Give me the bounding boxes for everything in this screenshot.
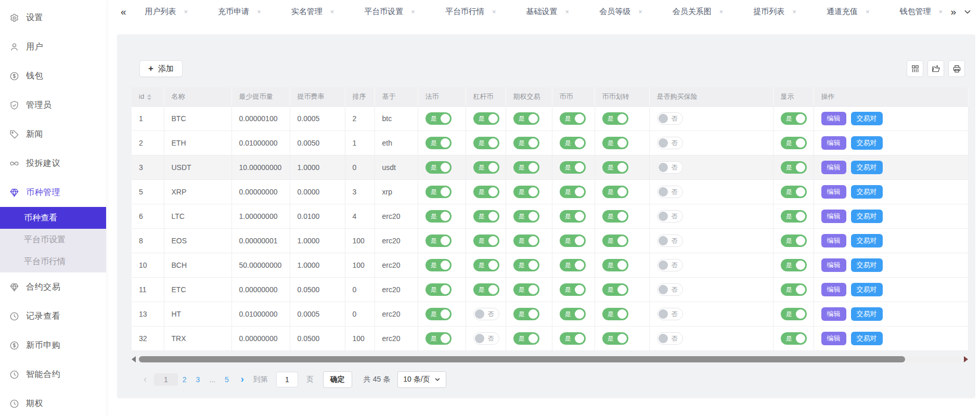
leverage-toggle[interactable]: 是 — [473, 137, 499, 149]
edit-button[interactable]: 编辑 — [821, 332, 846, 345]
sidebar-item-options[interactable]: 期权 — [0, 389, 106, 417]
option-toggle[interactable]: 是 — [513, 137, 539, 149]
fiat-toggle[interactable]: 是 — [425, 332, 452, 345]
transfer-toggle[interactable]: 是 — [602, 161, 628, 174]
insurance-toggle[interactable]: 否 — [657, 332, 683, 345]
transfer-toggle[interactable]: 是 — [602, 137, 628, 149]
edit-button[interactable]: 编辑 — [821, 112, 846, 125]
spot-toggle[interactable]: 是 — [560, 283, 586, 296]
show-toggle[interactable]: 是 — [781, 259, 807, 271]
tab-close-icon[interactable]: × — [939, 8, 943, 16]
option-toggle[interactable]: 是 — [513, 283, 539, 296]
scroll-left-arrow-icon[interactable] — [132, 356, 136, 362]
scrollbar-thumb[interactable] — [139, 356, 905, 362]
transfer-toggle[interactable]: 是 — [602, 332, 628, 345]
tab-wallet-manage[interactable]: 钱包管理× — [893, 3, 947, 20]
tab-deposit-request[interactable]: 充币申请× — [211, 3, 268, 20]
edit-button[interactable]: 编辑 — [821, 258, 846, 272]
sidebar-item-admin[interactable]: 管理员 — [0, 90, 106, 120]
leverage-toggle[interactable]: 是 — [473, 259, 499, 271]
option-toggle[interactable]: 是 — [513, 308, 539, 320]
fiat-toggle[interactable]: 是 — [425, 186, 452, 198]
spot-toggle[interactable]: 是 — [560, 112, 586, 125]
tabs-dropdown-icon[interactable] — [963, 8, 972, 16]
sidebar-item-records[interactable]: 记录查看 — [0, 302, 106, 331]
pairs-button[interactable]: 交易对 — [851, 136, 883, 150]
fiat-toggle[interactable]: 是 — [425, 112, 452, 125]
leverage-toggle[interactable]: 是 — [473, 112, 499, 125]
transfer-toggle[interactable]: 是 — [602, 234, 628, 247]
pairs-button[interactable]: 交易对 — [851, 210, 883, 223]
export-button[interactable] — [927, 60, 944, 77]
tab-close-icon[interactable]: × — [792, 8, 796, 16]
sidebar-item-wallet[interactable]: 钱包 — [0, 61, 106, 90]
tab-close-icon[interactable]: × — [184, 8, 188, 16]
spot-toggle[interactable]: 是 — [560, 210, 586, 223]
tab-close-icon[interactable]: × — [866, 8, 870, 16]
show-toggle[interactable]: 是 — [781, 112, 807, 125]
print-button[interactable] — [948, 60, 965, 77]
insurance-toggle[interactable]: 否 — [657, 186, 683, 198]
spot-toggle[interactable]: 是 — [560, 332, 586, 345]
show-toggle[interactable]: 是 — [781, 308, 807, 320]
spot-toggle[interactable]: 是 — [560, 308, 586, 320]
tab-close-icon[interactable]: × — [492, 8, 496, 16]
sidebar-subitem-platform-coin-settings[interactable]: 平台币设置 — [0, 229, 106, 251]
tab-close-icon[interactable]: × — [411, 8, 415, 16]
leverage-toggle[interactable]: 是 — [473, 283, 499, 296]
add-button[interactable]: + 添加 — [139, 60, 183, 77]
pairs-button[interactable]: 交易对 — [851, 332, 883, 345]
insurance-toggle[interactable]: 否 — [657, 161, 683, 174]
tab-kyc-manage[interactable]: 实名管理× — [284, 3, 342, 20]
fiat-toggle[interactable]: 是 — [425, 283, 452, 296]
transfer-toggle[interactable]: 是 — [602, 112, 628, 125]
edit-button[interactable]: 编辑 — [821, 307, 846, 321]
leverage-toggle[interactable]: 是 — [473, 210, 499, 223]
edit-button[interactable]: 编辑 — [821, 234, 846, 247]
pairs-button[interactable]: 交易对 — [851, 161, 883, 174]
tab-close-icon[interactable]: × — [638, 8, 642, 16]
sidebar-item-users[interactable]: 用户 — [0, 32, 106, 61]
leverage-toggle[interactable]: 是 — [473, 234, 499, 247]
tab-platform-coin-market[interactable]: 平台币行情× — [438, 3, 504, 20]
sidebar-item-new-coin[interactable]: 新币申购 — [0, 331, 106, 360]
spot-toggle[interactable]: 是 — [560, 259, 586, 271]
edit-button[interactable]: 编辑 — [821, 185, 846, 199]
tab-basic-settings[interactable]: 基础设置× — [519, 3, 577, 20]
edit-button[interactable]: 编辑 — [821, 136, 846, 150]
transfer-toggle[interactable]: 是 — [602, 259, 628, 271]
fiat-toggle[interactable]: 是 — [425, 259, 452, 271]
leverage-toggle[interactable]: 否 — [473, 308, 499, 320]
edit-button[interactable]: 编辑 — [821, 161, 846, 174]
prev-page-button[interactable]: ‹ — [139, 374, 151, 385]
tabs-expand-right-icon[interactable]: » — [950, 6, 956, 18]
sidebar-item-smart-contract[interactable]: 智能合约 — [0, 360, 106, 389]
option-toggle[interactable]: 是 — [513, 259, 539, 271]
columns-settings-button[interactable] — [907, 60, 923, 77]
next-page-button[interactable]: › — [237, 374, 248, 385]
leverage-toggle[interactable]: 是 — [473, 161, 499, 174]
pairs-button[interactable]: 交易对 — [851, 234, 883, 247]
column-header-id[interactable]: id — [132, 87, 164, 106]
pairs-button[interactable]: 交易对 — [851, 185, 883, 199]
sidebar-item-contract-trade[interactable]: 合约交易 — [0, 272, 106, 302]
leverage-toggle[interactable]: 否 — [473, 332, 499, 345]
edit-button[interactable]: 编辑 — [821, 283, 846, 296]
show-toggle[interactable]: 是 — [781, 137, 807, 149]
page-button-2[interactable]: 2 — [178, 374, 191, 385]
pairs-button[interactable]: 交易对 — [851, 307, 883, 321]
option-toggle[interactable]: 是 — [513, 210, 539, 223]
insurance-toggle[interactable]: 否 — [657, 210, 683, 223]
show-toggle[interactable]: 是 — [781, 234, 807, 247]
insurance-toggle[interactable]: 否 — [657, 259, 683, 271]
pairs-button[interactable]: 交易对 — [851, 283, 883, 296]
transfer-toggle[interactable]: 是 — [602, 210, 628, 223]
show-toggle[interactable]: 是 — [781, 283, 807, 296]
pairs-button[interactable]: 交易对 — [851, 258, 883, 272]
insurance-toggle[interactable]: 否 — [657, 283, 683, 296]
transfer-toggle[interactable]: 是 — [602, 308, 628, 320]
show-toggle[interactable]: 是 — [781, 161, 807, 174]
tabs-collapse-left-icon[interactable]: « — [121, 6, 126, 18]
sidebar-item-feedback[interactable]: 投拆建议 — [0, 149, 106, 178]
fiat-toggle[interactable]: 是 — [425, 137, 452, 149]
